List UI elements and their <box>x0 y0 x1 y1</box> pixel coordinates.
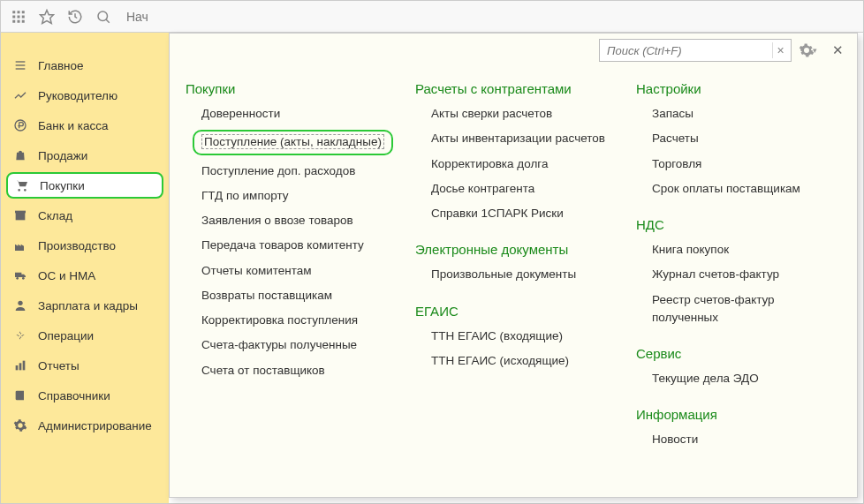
link-item[interactable]: Произвольные документы <box>431 266 618 283</box>
sidebar-item-5[interactable]: Склад <box>1 200 169 230</box>
sidebar-item-4[interactable]: Покупки <box>6 172 163 199</box>
link-item[interactable]: Запасы <box>652 105 839 123</box>
link-item[interactable]: Новости <box>652 431 839 448</box>
svg-rect-1 <box>18 11 20 13</box>
svg-rect-8 <box>22 19 25 22</box>
bars-icon <box>11 357 29 374</box>
sidebar-item-label: Операции <box>38 329 94 342</box>
link-item[interactable]: Книга покупок <box>652 241 839 259</box>
column-purchases: Покупки ДоверенностиПоступление (акты, н… <box>186 76 398 456</box>
sidebar-item-9[interactable]: Операции <box>1 320 169 350</box>
truck-icon <box>11 267 29 284</box>
link-item[interactable]: Акты инвентаризации расчетов <box>431 130 618 147</box>
search-icon[interactable] <box>93 6 114 27</box>
bag-icon <box>11 147 29 164</box>
home-icon <box>11 56 29 74</box>
svg-rect-7 <box>18 19 20 22</box>
sidebar-item-label: Покупки <box>40 179 85 192</box>
search-input[interactable] <box>599 39 792 62</box>
link-item[interactable]: Доверенности <box>201 105 398 123</box>
link-item[interactable]: Текущие дела ЭДО <box>652 370 839 387</box>
sidebar-item-label: Администрирование <box>38 419 152 433</box>
section-title[interactable]: Сервис <box>636 346 839 361</box>
link-item[interactable]: Заявления о ввозе товаров <box>201 212 398 229</box>
svg-point-18 <box>16 277 19 280</box>
search-clear-icon[interactable]: × <box>772 42 788 58</box>
section-title[interactable]: ЕГАИС <box>415 304 618 319</box>
sidebar-item-label: Продажи <box>38 149 87 162</box>
link-item[interactable]: Акты сверки расчетов <box>431 105 618 123</box>
svg-rect-17 <box>15 211 26 214</box>
section-title[interactable]: Информация <box>636 407 839 422</box>
sidebar-item-label: Производство <box>38 239 116 252</box>
link-item[interactable]: Счета от поставщиков <box>201 362 398 380</box>
svg-rect-23 <box>23 361 26 371</box>
section-title-purchases[interactable]: Покупки <box>186 81 398 96</box>
factory-icon <box>11 237 29 254</box>
sidebar-item-11[interactable]: Справочники <box>1 380 169 410</box>
link-item[interactable]: Корректировка поступления <box>201 312 398 329</box>
svg-rect-16 <box>16 213 26 221</box>
star-icon[interactable] <box>36 6 57 27</box>
section-title[interactable]: Расчеты с контрагентами <box>415 81 618 96</box>
close-icon[interactable]: ✕ <box>829 41 846 59</box>
panel-toolbar: × ▾ ✕ <box>170 34 857 67</box>
link-item[interactable]: Возвраты поставщикам <box>201 287 398 305</box>
box-icon <box>11 207 29 224</box>
sidebar-item-7[interactable]: ОС и НМА <box>1 260 169 290</box>
sidebar-item-0[interactable]: Главное <box>1 50 169 80</box>
sidebar-item-1[interactable]: Руководителю <box>1 80 169 110</box>
gear-icon[interactable]: ▾ <box>797 40 818 61</box>
link-item[interactable]: Передача товаров комитенту <box>201 237 398 254</box>
link-item[interactable]: Отчеты комитентам <box>201 262 398 280</box>
apps-icon[interactable] <box>8 6 29 27</box>
sidebar-item-3[interactable]: Продажи <box>1 140 169 170</box>
svg-rect-21 <box>16 365 19 370</box>
link-item[interactable]: Поступление доп. расходов <box>201 162 398 180</box>
link-item[interactable]: Расчеты <box>652 130 839 147</box>
link-item[interactable]: Реестр счетов-фактур полученных <box>652 291 839 327</box>
sidebar-item-12[interactable]: Администрирование <box>1 410 169 440</box>
section-title[interactable]: Настройки <box>636 81 839 96</box>
link-item[interactable]: Корректировка долга <box>431 155 618 173</box>
app-frame: Нач ГлавноеРуководителюБанк и кассаПрода… <box>0 0 864 504</box>
sidebar-item-10[interactable]: Отчеты <box>1 350 169 380</box>
sidebar-item-8[interactable]: Зарплата и кадры <box>1 290 169 320</box>
link-item[interactable]: ГТД по импорту <box>201 187 398 205</box>
sidebar-item-2[interactable]: Банк и касса <box>1 110 169 140</box>
section-title[interactable]: НДС <box>636 217 839 232</box>
link-item[interactable]: ТТН ЕГАИС (входящие) <box>431 327 618 345</box>
svg-line-11 <box>106 19 110 23</box>
person-icon <box>11 297 29 314</box>
gear-icon <box>11 417 29 434</box>
top-toolbar: Нач <box>1 1 863 33</box>
link-item[interactable]: Журнал счетов-фактур <box>652 266 839 283</box>
svg-point-20 <box>18 301 22 305</box>
ops-icon <box>11 327 29 344</box>
link-item[interactable]: Досье контрагента <box>431 180 618 198</box>
search-wrap: × <box>599 39 792 62</box>
svg-rect-22 <box>19 363 22 370</box>
svg-marker-9 <box>41 10 54 23</box>
sidebar-item-label: Руководителю <box>38 89 117 102</box>
link-item[interactable]: ТТН ЕГАИС (исходящие) <box>431 352 618 370</box>
chart-icon <box>11 87 29 104</box>
link-item[interactable]: Поступление (акты, накладные) <box>193 130 393 154</box>
sidebar-item-6[interactable]: Производство <box>1 230 169 260</box>
sidebar-item-label: Зарплата и кадры <box>38 299 138 312</box>
history-icon[interactable] <box>64 6 86 27</box>
link-item[interactable]: Срок оплаты поставщикам <box>652 180 839 198</box>
link-item[interactable]: Счета-фактуры полученные <box>201 336 398 354</box>
sidebar-item-label: Склад <box>38 209 72 222</box>
link-item[interactable]: Торговля <box>652 155 839 173</box>
link-item[interactable]: Справки 1СПАРК Риски <box>431 205 618 222</box>
toolbar-tab-text[interactable]: Нач <box>126 10 148 24</box>
sidebar-item-label: ОС и НМА <box>38 269 95 282</box>
cart-icon <box>13 177 31 194</box>
svg-rect-6 <box>12 19 15 22</box>
book-icon <box>11 387 29 404</box>
svg-rect-2 <box>22 11 25 13</box>
sidebar: ГлавноеРуководителюБанк и кассаПродажиПо… <box>1 33 169 503</box>
section-title[interactable]: Электронные документы <box>415 242 618 257</box>
panel-body: Покупки ДоверенностиПоступление (акты, н… <box>170 67 857 465</box>
